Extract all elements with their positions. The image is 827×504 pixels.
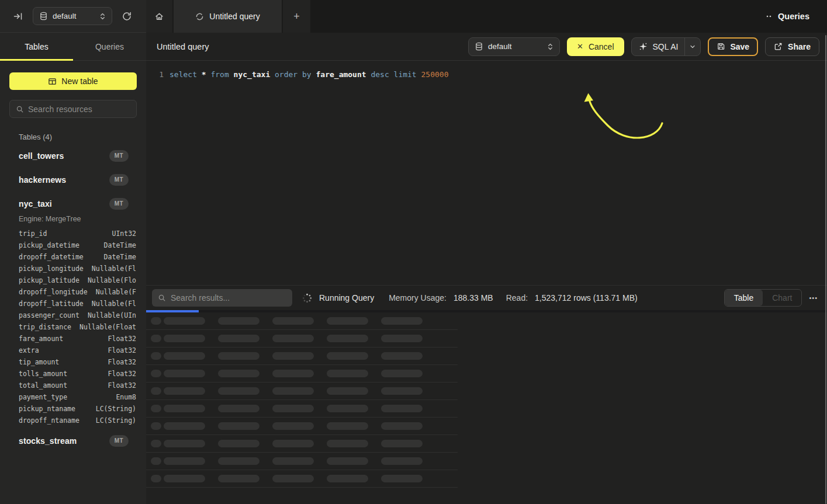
home-tab[interactable] [146, 0, 172, 33]
tab-tables[interactable]: Tables [0, 33, 73, 60]
skeleton-row [146, 330, 458, 347]
column-row: dropoff_ntanameLC(String) [19, 415, 136, 426]
results-search-input[interactable] [171, 293, 286, 303]
skeleton-cell [218, 422, 259, 430]
main-panel: Untitled query default ✕ [146, 33, 827, 504]
table-name: cell_towers [19, 151, 64, 161]
query-actions: default ✕ Cancel [468, 37, 819, 56]
tab-queries[interactable]: Queries [73, 33, 146, 60]
read-value: 1,523,712 rows (113.71 MB) [535, 293, 638, 303]
tab-untitled-query[interactable]: Untitled query [174, 0, 282, 33]
skeleton-cell [164, 317, 205, 325]
results-status-bar: Running Query Memory Usage: 188.33 MB Re… [146, 286, 827, 310]
database-selector-value: default [53, 12, 77, 20]
sidebar-table-stocks_stream[interactable]: stocks_streamMT [19, 431, 136, 450]
sidebar-tabs: Tables Queries [0, 33, 146, 61]
skeleton-cell [164, 440, 205, 447]
skeleton-cell [327, 475, 368, 482]
column-type: Nullable(Fl [92, 300, 136, 308]
column-type: Float32 [108, 370, 136, 378]
skeleton-cell [272, 475, 314, 482]
column-type: DateTime [104, 241, 136, 249]
skeleton-cell [327, 387, 368, 395]
read-label: Read: [506, 293, 528, 303]
tab-strip: Untitled query + Queries [146, 0, 827, 33]
collapse-sidebar-icon[interactable] [13, 11, 23, 22]
refresh-icon[interactable] [122, 11, 132, 22]
memory-usage-label: Memory Usage: [389, 293, 447, 303]
skeleton-cell [327, 405, 368, 412]
search-icon [158, 294, 166, 302]
new-table-button[interactable]: New table [9, 72, 137, 90]
query-header: Untitled query default ✕ [146, 33, 827, 61]
database-selector[interactable]: default [33, 7, 112, 25]
sidebar-table-hackernews[interactable]: hackernewsMT [19, 170, 136, 189]
skeleton-cell [272, 335, 314, 342]
column-row: tolls_amountFloat32 [19, 368, 136, 380]
cancel-button[interactable]: ✕ Cancel [567, 37, 624, 56]
column-type: DateTime [104, 253, 136, 261]
skeleton-cell [381, 352, 423, 360]
more-options-icon[interactable]: ••• [809, 294, 818, 301]
column-name: tip_amount [19, 358, 59, 366]
database-icon [39, 12, 48, 20]
engine-badge: MT [109, 435, 129, 447]
sql-ai-button[interactable]: SQL AI [631, 37, 701, 56]
column-row: dropoff_latitudeNullable(Fl [19, 298, 136, 310]
column-type: Enum8 [116, 393, 136, 401]
annotation-arrow [582, 89, 675, 148]
skeleton-row [146, 418, 458, 435]
sidebar-header: default [0, 0, 146, 33]
sql-ai-caret[interactable] [685, 38, 700, 55]
sql-ai-label: SQL AI [653, 42, 679, 51]
column-row: pickup_latitudeNullable(Flo [19, 274, 136, 286]
resources-search-input[interactable] [28, 105, 130, 114]
search-icon [16, 105, 24, 113]
column-name: dropoff_latitude [19, 300, 84, 308]
view-toggle: Table Chart [724, 289, 802, 307]
column-row: trip_idUInt32 [19, 228, 136, 239]
table-columns: trip_idUInt32pickup_datetimeDateTimedrop… [19, 228, 136, 426]
table-name: stocks_stream [19, 436, 77, 446]
skeleton-cell [381, 405, 423, 412]
skeleton-cell [272, 370, 314, 377]
share-button[interactable]: Share [765, 37, 819, 56]
sql-editor[interactable]: 1 select * from nyc_taxi order by fare_a… [146, 61, 827, 285]
column-name: tolls_amount [19, 370, 67, 378]
column-row: tip_amountFloat32 [19, 356, 136, 368]
column-type: LC(String) [96, 405, 136, 413]
skeleton-cell [218, 317, 259, 325]
chevron-updown-icon [547, 43, 553, 51]
resources-search[interactable] [9, 100, 137, 118]
new-table-icon [48, 77, 57, 86]
toggle-chart[interactable]: Chart [763, 290, 801, 306]
queries-link[interactable]: Queries [765, 0, 827, 33]
skeleton-cell [272, 457, 314, 465]
query-database-selector[interactable]: default [468, 37, 560, 56]
results-panel: Running Query Memory Usage: 188.33 MB Re… [146, 285, 827, 504]
column-type: Float32 [108, 346, 136, 354]
skeleton-cell [381, 335, 423, 342]
top-bar: default Untitled query [0, 0, 827, 33]
results-search[interactable] [152, 289, 292, 307]
skeleton-cell [218, 475, 259, 482]
skeleton-cell [327, 352, 368, 360]
column-type: Float32 [108, 381, 136, 390]
skeleton-cell [218, 370, 259, 377]
skeleton-row [146, 365, 458, 383]
column-type: Float32 [108, 358, 136, 366]
column-name: dropoff_longitude [19, 288, 88, 296]
toggle-table[interactable]: Table [725, 290, 763, 306]
sidebar-table-cell_towers[interactable]: cell_towersMT [19, 146, 136, 165]
column-name: pickup_latitude [19, 276, 79, 284]
skeleton-cell [381, 440, 423, 447]
new-tab-button[interactable]: + [283, 0, 310, 33]
queries-link-label: Queries [778, 12, 809, 21]
sidebar-table-nyc_taxi[interactable]: nyc_taxiMT [19, 194, 136, 213]
column-row: extraFloat32 [19, 345, 136, 356]
save-button[interactable]: Save [708, 37, 758, 56]
skeleton-cell [164, 405, 205, 412]
column-type: UInt32 [112, 230, 136, 238]
page-scrollbar[interactable] [825, 35, 826, 504]
new-table-label: New table [61, 77, 98, 86]
